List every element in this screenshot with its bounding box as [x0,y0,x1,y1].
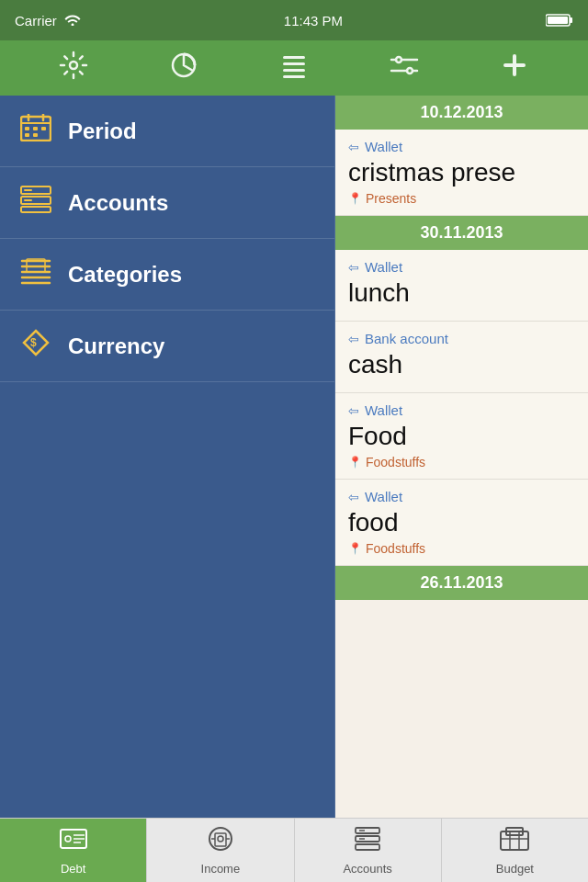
transaction-account: ⇦ Wallet [348,139,575,154]
tab-income-label: Income [201,862,241,876]
list-icon[interactable] [279,51,309,86]
transaction-category: 📍 Foodstuffs [348,541,575,556]
svg-rect-8 [283,75,305,78]
tab-budget[interactable]: Budget [442,819,588,882]
income-icon [207,826,234,858]
accounts-tab-icon [354,826,381,858]
chart-icon[interactable] [169,51,198,86]
transaction-account: ⇦ Wallet [348,489,575,504]
account-name: Wallet [365,489,402,504]
category-name: Foodstuffs [366,455,425,469]
main-content: Period Accounts [0,96,588,818]
sidebar-item-period-label: Period [68,119,137,144]
currency-icon: $ [20,329,51,363]
transaction-description: food [348,508,575,537]
category-name: Presents [366,191,416,206]
wallet-icon-4: ⇦ [348,490,359,504]
pin-icon-2: 📍 [348,456,362,469]
time-label: 11:43 PM [284,13,343,28]
tab-income[interactable]: Income [147,819,294,882]
account-name: Wallet [365,402,402,418]
svg-rect-50 [356,844,379,850]
tab-budget-label: Budget [496,862,534,876]
svg-rect-49 [356,836,379,842]
svg-rect-48 [356,828,379,833]
debt-icon [59,826,88,858]
status-left: Carrier [15,13,81,28]
date-header-3: 26.11.2013 [335,566,588,600]
tab-debt-label: Debt [61,862,85,876]
svg-point-47 [218,836,223,842]
transaction-description: Food [348,422,575,451]
transaction-category: 📍 Foodstuffs [348,455,575,469]
wallet-icon-3: ⇦ [348,403,359,418]
svg-rect-7 [283,69,305,72]
transaction-account: ⇦ Wallet [348,259,575,275]
list-item[interactable]: ⇦ Wallet Food 📍 Foodstuffs [335,393,588,480]
transaction-account: ⇦ Wallet [348,402,575,418]
transaction-description: cristmas prese [348,158,575,187]
svg-rect-2 [548,17,568,24]
settings-icon[interactable] [59,51,88,86]
wallet-icon: ⇦ [348,140,359,154]
svg-rect-44 [215,833,226,846]
toolbar [0,40,588,96]
categories-icon [20,257,51,291]
tab-bar: Debt Income Accounts [0,818,588,882]
svg-rect-25 [33,133,38,137]
sidebar: Period Accounts [0,96,335,818]
sidebar-item-currency[interactable]: $ Currency [0,311,334,382]
svg-point-3 [70,62,77,69]
category-name: Foodstuffs [366,541,425,556]
date-header-2: 30.11.2013 [335,216,588,250]
svg-rect-22 [33,127,38,130]
wifi-icon [64,13,81,28]
bank-icon: ⇦ [348,332,359,346]
list-item[interactable]: ⇦ Bank account cash [335,322,588,393]
wallet-icon-2: ⇦ [348,260,359,275]
svg-rect-1 [570,17,572,23]
sidebar-item-accounts-label: Accounts [68,190,168,216]
tab-debt[interactable]: Debt [0,819,147,882]
list-item[interactable]: ⇦ Wallet lunch [335,250,588,322]
list-item[interactable]: ⇦ Wallet food 📍 Foodstuffs [335,480,588,566]
svg-rect-24 [25,133,29,137]
svg-rect-21 [25,127,29,130]
transaction-description: cash [348,350,575,379]
transaction-category: 📍 Presents [348,191,575,206]
list-item[interactable]: ⇦ Wallet cristmas prese 📍 Presents [335,130,588,216]
period-icon [20,114,51,148]
svg-text:$: $ [30,336,37,349]
sidebar-item-period[interactable]: Period [0,96,334,167]
pin-icon: 📍 [348,192,362,205]
tab-accounts[interactable]: Accounts [295,819,442,882]
sidebar-item-accounts[interactable]: Accounts [0,167,334,239]
pin-icon-3: 📍 [348,542,362,555]
sidebar-item-categories-label: Categories [68,262,182,288]
svg-rect-16 [503,63,526,67]
budget-icon [499,826,530,858]
transaction-account: ⇦ Bank account [348,331,575,346]
svg-rect-28 [21,207,51,212]
account-name: Wallet [365,259,402,275]
add-icon[interactable] [500,51,529,86]
svg-rect-5 [283,56,305,59]
sidebar-item-currency-label: Currency [68,334,164,359]
account-name: Wallet [365,139,402,154]
sidebar-item-categories[interactable]: Categories [0,239,334,311]
tab-accounts-label: Accounts [343,862,391,876]
date-header-1: 10.12.2013 [335,96,588,130]
accounts-icon [20,186,51,220]
transaction-description: lunch [348,278,575,308]
svg-point-39 [65,836,71,842]
svg-rect-6 [283,62,305,65]
status-bar: Carrier 11:43 PM [0,0,588,40]
filter-icon[interactable] [390,51,419,86]
svg-rect-23 [41,127,46,130]
account-name: Bank account [365,331,448,346]
battery-container [546,13,573,28]
transaction-list[interactable]: 10.12.2013 ⇦ Wallet cristmas prese 📍 Pre… [335,96,588,818]
battery-icon [546,13,573,28]
carrier-label: Carrier [15,13,57,28]
